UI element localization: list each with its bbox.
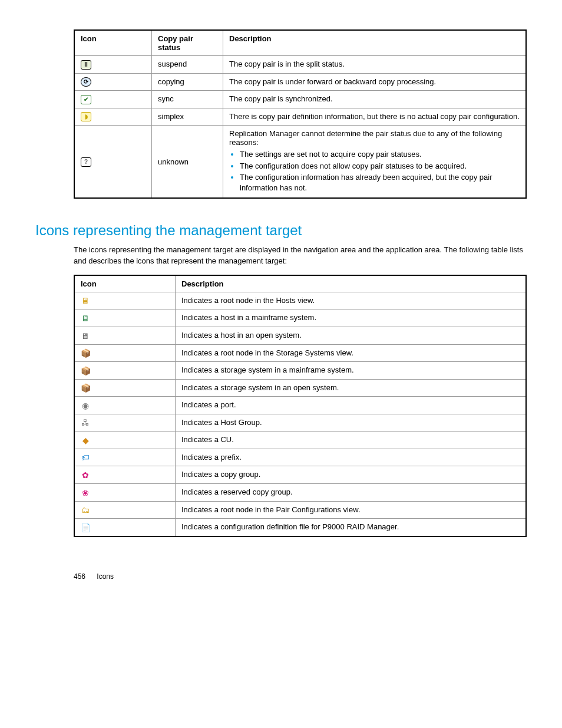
- footer-section: Icons: [97, 572, 114, 581]
- reason-list: The settings are set not to acquire copy…: [229, 149, 520, 193]
- port-icon: ◉: [81, 401, 90, 410]
- desc-cell: Indicates a prefix.: [176, 449, 527, 466]
- status-cell: sync: [152, 91, 223, 108]
- th-desc: Description: [176, 275, 527, 292]
- desc-cell: Indicates a host in a mainframe system.: [176, 309, 527, 327]
- desc-cell: Indicates a Host Group.: [176, 414, 527, 431]
- desc-cell: Indicates a root node in the Storage Sys…: [176, 344, 527, 362]
- sync-icon: ✔: [81, 95, 91, 104]
- page-number: 456: [74, 572, 95, 581]
- copy-group-icon: ✿: [81, 470, 90, 480]
- table-row: 🖥Indicates a host in a mainframe system.: [74, 309, 526, 327]
- host-group-icon: 🖧: [81, 418, 90, 427]
- desc-cell: The copy pair is under forward or backwa…: [223, 73, 527, 91]
- management-target-table: Icon Description 🖥Indicates a root node …: [74, 275, 527, 537]
- desc-cell: Indicates a reserved copy group.: [176, 484, 527, 502]
- unknown-icon: ?: [81, 157, 91, 167]
- table-row: 📦Indicates a storage system in an open s…: [74, 379, 526, 397]
- table-row: ✔ sync The copy pair is synchronized.: [74, 91, 526, 108]
- th-icon: Icon: [74, 30, 152, 56]
- table-row: ❀Indicates a reserved copy group.: [74, 484, 526, 502]
- desc-cell: Indicates a port.: [176, 397, 527, 414]
- page-footer: 456 Icons: [74, 572, 527, 581]
- table-row: ⟳ copying The copy pair is under forward…: [74, 73, 526, 91]
- desc-intro: Replication Manager cannot determine the…: [229, 129, 502, 147]
- table-row: 🖧Indicates a Host Group.: [74, 414, 526, 431]
- config-file-icon: 📄: [81, 523, 90, 532]
- th-desc: Description: [223, 30, 527, 56]
- desc-cell: Replication Manager cannot determine the…: [223, 126, 527, 199]
- table-row: 📦Indicates a root node in the Storage Sy…: [74, 344, 526, 362]
- table-row: ? unknown Replication Manager cannot det…: [74, 126, 526, 199]
- table-row: 🖥Indicates a host in an open system.: [74, 327, 526, 344]
- storage-root-icon: 📦: [81, 348, 90, 358]
- desc-cell: Indicates a storage system in a mainfram…: [176, 362, 527, 380]
- table-row: ✿Indicates a copy group.: [74, 466, 526, 484]
- desc-cell: Indicates a configuration definition fil…: [176, 519, 527, 536]
- reserved-copy-group-icon: ❀: [81, 488, 90, 498]
- desc-cell: The copy pair is synchronized.: [223, 91, 527, 108]
- desc-cell: Indicates a copy group.: [176, 466, 527, 484]
- desc-cell: Indicates a host in an open system.: [176, 327, 527, 344]
- th-icon: Icon: [74, 275, 176, 292]
- copying-icon: ⟳: [81, 77, 91, 87]
- section-intro: The icons representing the management ta…: [74, 245, 527, 266]
- suspend-icon: II: [81, 60, 91, 70]
- table-row: ◆Indicates a CU.: [74, 431, 526, 449]
- storage-mainframe-icon: 📦: [81, 366, 90, 375]
- table-row: 🖥Indicates a root node in the Hosts view…: [74, 292, 526, 309]
- hosts-root-icon: 🖥: [81, 296, 90, 305]
- pair-config-root-icon: 🗂: [81, 505, 90, 515]
- status-cell: suspend: [152, 56, 223, 74]
- table-row: 📄Indicates a configuration definition fi…: [74, 519, 526, 536]
- table-row: ◉Indicates a port.: [74, 397, 526, 414]
- storage-open-icon: 📦: [81, 383, 90, 393]
- table-row: II suspend The copy pair is in the split…: [74, 56, 526, 74]
- desc-cell: Indicates a root node in the Pair Config…: [176, 501, 527, 519]
- status-cell: simplex: [152, 108, 223, 126]
- desc-cell: The copy pair is in the split status.: [223, 56, 527, 74]
- table-row: 🗂Indicates a root node in the Pair Confi…: [74, 501, 526, 519]
- table-row: 🏷Indicates a prefix.: [74, 449, 526, 466]
- status-cell: unknown: [152, 126, 223, 199]
- prefix-icon: 🏷: [81, 453, 90, 462]
- desc-cell: There is copy pair definition informatio…: [223, 108, 527, 126]
- simplex-icon: ◗: [81, 112, 91, 121]
- list-item: The settings are set not to acquire copy…: [240, 149, 520, 160]
- host-mainframe-icon: 🖥: [81, 314, 90, 323]
- list-item: The configuration information has alread…: [240, 172, 520, 193]
- desc-cell: Indicates a CU.: [176, 431, 527, 449]
- desc-cell: Indicates a storage system in an open sy…: [176, 379, 527, 397]
- host-open-icon: 🖥: [81, 331, 90, 341]
- cu-icon: ◆: [81, 436, 90, 445]
- desc-cell: Indicates a root node in the Hosts view.: [176, 292, 527, 309]
- status-cell: copying: [152, 73, 223, 91]
- table-row: 📦Indicates a storage system in a mainfra…: [74, 362, 526, 380]
- table-row: ◗ simplex There is copy pair definition …: [74, 108, 526, 126]
- copy-pair-status-table: Icon Copy pair status Description II sus…: [74, 29, 527, 199]
- section-heading: Icons representing the management target: [35, 222, 527, 239]
- list-item: The configuration does not allow copy pa…: [240, 161, 520, 172]
- th-status: Copy pair status: [152, 30, 223, 56]
